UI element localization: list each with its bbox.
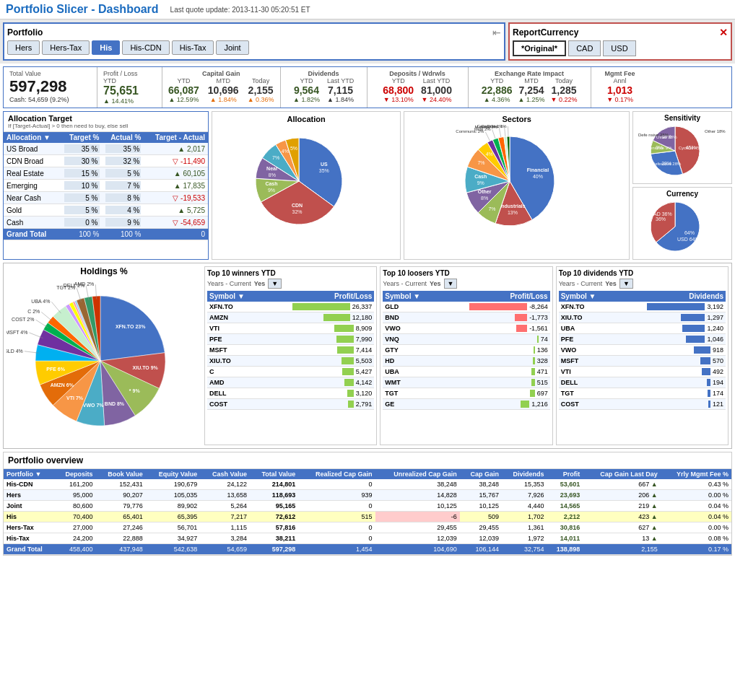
allocation-title: Allocation Target <box>8 114 72 123</box>
losers-filter-btn[interactable]: ▼ <box>444 279 458 289</box>
svg-text:Cash: Cash <box>474 174 487 179</box>
svg-text:BND 8%: BND 8% <box>105 401 125 406</box>
currency-usd[interactable]: USD <box>603 40 635 56</box>
ov-unrealized: 10,125 <box>375 501 460 512</box>
alloc-row: Gold 5 % 4 % ▲ 5,725 <box>4 204 208 216</box>
winners-col-symbol: Symbol ▼ <box>207 291 261 302</box>
alloc-col-target: Target % <box>61 132 103 143</box>
div-symbol: PFE <box>559 334 614 345</box>
currency-original[interactable]: *Original* <box>513 40 566 56</box>
dividends-row: PFE 1,046 <box>559 334 726 345</box>
loser-profit: -8,264 <box>437 302 549 312</box>
svg-text:MSFT 4%: MSFT 4% <box>6 330 27 335</box>
currency-cad[interactable]: CAD <box>568 40 601 56</box>
cash-value: Cash: 54,659 (9.2%) <box>9 96 91 103</box>
portfolio-close-icon[interactable]: ⇤ <box>492 27 501 38</box>
ov-equity: 34,927 <box>146 533 201 544</box>
exchange-label: Exchange Rate Impact <box>474 70 585 77</box>
middle-section: Allocation Target If [Target-Actual] > 0… <box>3 111 732 260</box>
tab-hers-tax[interactable]: Hers-Tax <box>42 40 90 55</box>
winner-profit: 8,909 <box>261 323 374 334</box>
header: Portfolio Slicer - Dashboard Last quote … <box>0 0 735 19</box>
ov-portfolio: Joint <box>4 501 55 512</box>
sensitivity-title: Sensitivity <box>635 114 729 122</box>
winners-filter-value: Yes <box>254 280 266 287</box>
ex-ytd-val: 22,886 <box>482 84 513 96</box>
cap-ytd-val: 66,087 <box>168 84 199 96</box>
div-symbol: MSFT <box>559 356 614 367</box>
ov-col-deposits: Deposits <box>55 469 95 479</box>
winner-profit: 12,180 <box>261 312 374 323</box>
portfolio-overview-section: Portfolio overview Portfolio ▼ Deposits … <box>3 452 732 556</box>
tab-joint[interactable]: Joint <box>216 40 248 55</box>
overview-row: His-CDN 161,200 152,431 190,679 24,122 2… <box>4 479 731 490</box>
losers-filter: Years - Current Yes ▼ <box>383 279 549 289</box>
stat-dividends: Dividends YTD 9,564 ▲ 1.82% Last YTD 7,1… <box>281 67 368 108</box>
ov-deposits: 27,000 <box>55 522 95 533</box>
losers-col-symbol: Symbol ▼ <box>383 291 437 302</box>
dividends-col-value: Dividends <box>614 291 726 302</box>
svg-text:COST 2%: COST 2% <box>12 317 34 322</box>
ov-deposits: 70,400 <box>55 512 95 522</box>
div-value: 918 <box>614 345 726 356</box>
dep-lastytd-val: 81,000 <box>421 84 452 96</box>
ov-mgmt: 0.00 % <box>661 490 731 501</box>
ov-total: 95,165 <box>250 501 298 512</box>
dep-ytd-col: YTD 68,800 ▼ 13.10% <box>383 77 414 103</box>
pie-label: 36% <box>656 216 666 222</box>
ov-book: 152,431 <box>95 479 145 490</box>
ov-realized: 0 <box>298 533 375 544</box>
currency-close-icon[interactable]: ✕ <box>719 27 728 38</box>
winners-filter-btn[interactable]: ▼ <box>268 279 282 289</box>
loser-symbol: TGT <box>383 388 437 399</box>
ov-cash: 13,658 <box>200 490 250 501</box>
ov-lastday: 423 ▲ <box>583 512 660 522</box>
svg-text:Other: Other <box>477 189 491 194</box>
div-ytd-pct: ▲ 1.82% <box>293 96 320 103</box>
winners-row: XIU.TO 5,503 <box>207 356 374 367</box>
svg-text:US: US <box>321 162 328 167</box>
svg-text:Cyclical 45%: Cyclical 45% <box>679 146 704 150</box>
div-symbol: VWO <box>559 345 614 356</box>
portfolio-box-header: Portfolio ⇤ <box>7 27 501 38</box>
winner-symbol: C <box>207 367 261 377</box>
svg-text:UBA 4%: UBA 4% <box>31 299 50 304</box>
dividends-filter-btn[interactable]: ▼ <box>619 279 633 289</box>
loser-profit: 328 <box>437 356 549 367</box>
tab-his-tax[interactable]: His-Tax <box>172 40 214 55</box>
tab-his-cdn[interactable]: His-CDN <box>122 40 169 55</box>
ov-col-realized: Realized Cap Gain <box>298 469 375 479</box>
alloc-diff: ▽ -19,533 <box>144 192 208 204</box>
sensitivity-container: Sensitivity 45%28%9%18%Cyclical 45%Defen… <box>632 111 732 184</box>
svg-text:Cash: Cash <box>266 181 278 186</box>
winner-symbol: COST <box>207 399 261 410</box>
ov-profit: 14,565 <box>547 501 583 512</box>
tab-his[interactable]: His <box>92 40 120 55</box>
svg-text:ConsNec 1%: ConsNec 1% <box>481 125 507 128</box>
svg-text:Defensive 28%: Defensive 28% <box>652 162 682 166</box>
ex-mtd-val: 7,254 <box>518 84 545 96</box>
tab-hers[interactable]: Hers <box>7 40 40 55</box>
ov-unrealized: -6 <box>375 512 460 522</box>
ov-equity: 105,035 <box>146 490 201 501</box>
svg-text:7%: 7% <box>272 155 279 160</box>
ex-mtd-col: MTD 7,254 ▲ 1.25% <box>518 77 545 103</box>
cap-today-pct: ▲ 0.36% <box>248 96 274 103</box>
ov-mgmt: 0.04 % <box>661 501 731 512</box>
top10-dividends: Top 10 dividends YTD Years - Current Yes… <box>556 266 729 445</box>
allocation-pie-chart: US35%CDN32%Cash9%Near8%7%4%5% <box>241 125 371 240</box>
loser-profit: 515 <box>437 377 549 388</box>
allocation-section: Allocation Target If [Target-Actual] > 0… <box>3 111 209 260</box>
winner-profit: 3,120 <box>261 388 374 399</box>
ov-equity: 56,701 <box>146 522 201 533</box>
holdings-section: Holdings % XFN.TO 23%XIU.TO 9%* 9%BND 8%… <box>3 263 732 449</box>
winners-row: PFE 7,990 <box>207 334 374 345</box>
dividends-row: DELL 194 <box>559 377 726 388</box>
alloc-diff: ▲ 5,725 <box>144 204 208 216</box>
dep-lastytd-col: Last YTD 81,000 ▼ 24.40% <box>421 77 452 103</box>
winner-symbol: XIU.TO <box>207 356 261 367</box>
ov-equity: 89,902 <box>146 501 201 512</box>
div-lastytd-val: 7,115 <box>327 84 354 96</box>
stat-mgmt: Mgmt Fee Annl 1,013 ▼ 0.17% <box>591 67 649 108</box>
mgmt-label: Mgmt Fee <box>597 70 643 77</box>
